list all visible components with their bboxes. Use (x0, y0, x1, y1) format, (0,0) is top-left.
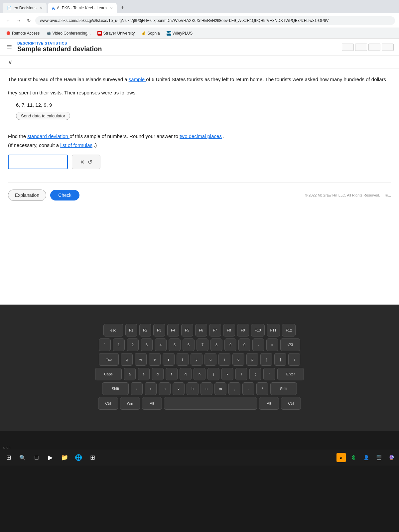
taskbar-display-icon[interactable]: 🖥️ (374, 453, 384, 463)
key-space[interactable] (164, 397, 257, 410)
windows-start-button[interactable]: ⊞ (3, 452, 15, 464)
key-6[interactable]: 6 (183, 338, 195, 351)
key-caps[interactable]: Caps (95, 368, 122, 380)
key-b[interactable]: b (187, 382, 199, 395)
key-f5[interactable]: F5 (181, 324, 193, 336)
taskbar-grid-app[interactable]: ⊞ (86, 452, 98, 464)
key-p[interactable]: p (246, 353, 258, 366)
key-backslash[interactable]: \ (288, 353, 300, 366)
send-data-button[interactable]: Send data to calculator (16, 112, 70, 120)
key-a[interactable]: a (124, 368, 136, 380)
key-f[interactable]: f (166, 368, 178, 380)
taskbar-amazon-icon[interactable]: a (336, 453, 346, 462)
expand-button[interactable]: ∨ (5, 57, 15, 67)
key-win[interactable]: Win (120, 397, 140, 410)
key-quote[interactable]: ' (263, 368, 275, 380)
key-f8[interactable]: F8 (223, 324, 235, 336)
key-u[interactable]: u (204, 353, 216, 366)
key-t[interactable]: t (177, 353, 189, 366)
taskbar-chrome-icon[interactable]: 🔮 (386, 453, 396, 463)
taskbar-edge[interactable]: 🌐 (72, 452, 84, 464)
key-5[interactable]: 5 (169, 338, 181, 351)
key-f7[interactable]: F7 (209, 324, 221, 336)
new-tab-button[interactable]: + (118, 4, 127, 12)
key-minus[interactable]: - (252, 338, 264, 351)
key-enter[interactable]: Enter (277, 368, 304, 380)
reload-button[interactable]: ↻ (25, 17, 33, 24)
taskbar-file-explorer[interactable]: 📁 (59, 452, 70, 464)
key-i[interactable]: i (218, 353, 230, 366)
key-shift-right[interactable]: Shift (270, 382, 297, 395)
key-c[interactable]: c (159, 382, 171, 395)
key-g[interactable]: g (180, 368, 192, 380)
key-s[interactable]: s (138, 368, 150, 380)
key-period[interactable]: . (242, 382, 254, 395)
key-backtick[interactable]: ` (99, 338, 111, 351)
tab-decisions[interactable]: 📄 en Decisions ✕ (3, 3, 47, 13)
taskbar-user-icon[interactable]: 👤 (361, 453, 371, 463)
key-o[interactable]: o (232, 353, 244, 366)
key-f2[interactable]: F2 (139, 324, 151, 336)
key-9[interactable]: 9 (224, 338, 236, 351)
key-f11[interactable]: F11 (267, 324, 280, 336)
key-1[interactable]: 1 (113, 338, 125, 351)
key-r[interactable]: r (163, 353, 175, 366)
two-decimal-places-link[interactable]: two decimal places (180, 133, 222, 139)
key-4[interactable]: 4 (155, 338, 167, 351)
key-tab[interactable]: Tab (99, 353, 119, 366)
check-button[interactable]: Check (50, 190, 79, 200)
key-m[interactable]: m (214, 382, 226, 395)
key-backspace[interactable]: ⌫ (280, 338, 300, 351)
bookmark-wileyplus[interactable]: WP WileyPLUS (165, 30, 195, 36)
key-ctrl-right[interactable]: Ctrl (281, 397, 301, 410)
key-d[interactable]: d (152, 368, 164, 380)
key-f9[interactable]: F9 (237, 324, 249, 336)
key-l[interactable]: l (235, 368, 247, 380)
standard-deviation-link[interactable]: standard deviation (27, 133, 69, 139)
answer-input[interactable] (8, 155, 68, 169)
key-f12[interactable]: F12 (282, 324, 296, 336)
key-z[interactable]: z (131, 382, 143, 395)
back-button[interactable]: ← (4, 17, 12, 24)
hamburger-menu[interactable]: ☰ (5, 42, 13, 52)
list-formulas-link[interactable]: list of formulas (60, 142, 92, 148)
tab-decisions-close[interactable]: ✕ (40, 6, 43, 10)
key-k[interactable]: k (221, 368, 233, 380)
clear-button[interactable]: ✕ ↺ (72, 155, 100, 169)
key-x[interactable]: x (145, 382, 157, 395)
key-rbracket[interactable]: ] (274, 353, 286, 366)
key-e[interactable]: e (149, 353, 161, 366)
key-shift-left[interactable]: Shift (102, 382, 129, 395)
key-3[interactable]: 3 (141, 338, 153, 351)
key-h[interactable]: h (194, 368, 205, 380)
key-esc[interactable]: esc (103, 324, 123, 336)
terms-link[interactable]: Te... (384, 193, 391, 197)
key-ctrl-left[interactable]: Ctrl (98, 397, 118, 410)
tab-aleks[interactable]: A ALEKS - Tamie Keel - Learn ✕ (48, 3, 117, 13)
key-f4[interactable]: F4 (167, 324, 179, 336)
sample-link[interactable]: sample (129, 76, 146, 82)
key-f1[interactable]: F1 (125, 324, 137, 336)
key-j[interactable]: j (207, 368, 219, 380)
bookmark-video-conf[interactable]: 📹 Video Conferencing... (44, 30, 92, 36)
explanation-button[interactable]: Explanation (8, 190, 46, 201)
key-v[interactable]: v (173, 382, 185, 395)
taskbar-dollar-icon[interactable]: 💲 (348, 453, 358, 463)
taskbar-search[interactable]: 🔍 (17, 452, 29, 464)
key-y[interactable]: y (191, 353, 202, 366)
forward-button[interactable]: → (15, 17, 23, 24)
address-input[interactable] (35, 16, 395, 25)
key-equals[interactable]: = (266, 338, 278, 351)
key-f10[interactable]: F10 (251, 324, 265, 336)
bookmark-sophia[interactable]: 💰 Sophia (139, 30, 162, 36)
key-semicolon[interactable]: ; (249, 368, 261, 380)
tab-aleks-close[interactable]: ✕ (110, 6, 113, 10)
key-8[interactable]: 8 (210, 338, 222, 351)
bookmark-strayer[interactable]: PI Strayer University (95, 30, 137, 36)
bookmark-remote-access[interactable]: 🔴 Remote Access (4, 30, 42, 36)
taskbar-media-player[interactable]: ▶ (45, 452, 57, 464)
key-alt-left[interactable]: Alt (142, 397, 162, 410)
key-7[interactable]: 7 (197, 338, 208, 351)
key-2[interactable]: 2 (127, 338, 139, 351)
key-n[interactable]: n (200, 382, 212, 395)
